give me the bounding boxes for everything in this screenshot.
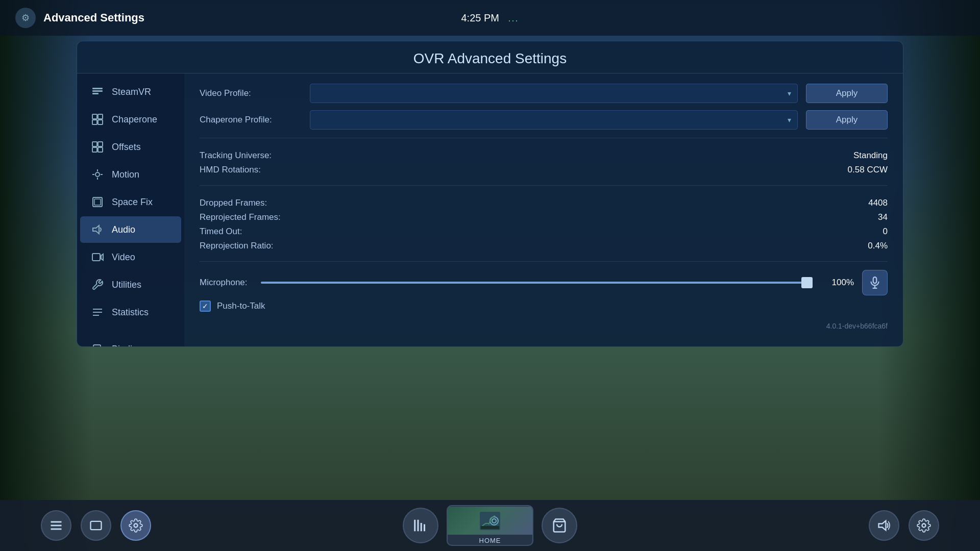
chaperone-apply-button[interactable]: Apply bbox=[806, 110, 888, 130]
reprojected-frames-label: Reprojected Frames: bbox=[200, 212, 281, 222]
svg-point-32 bbox=[134, 524, 138, 528]
sidebar-item-video[interactable]: Video bbox=[80, 244, 181, 270]
timed-out-row: Timed Out: 0 bbox=[200, 224, 888, 239]
video-apply-button[interactable]: Apply bbox=[806, 84, 888, 103]
sidebar-item-offsets[interactable]: Offsets bbox=[80, 134, 181, 160]
sidebar-item-motion[interactable]: Motion bbox=[80, 161, 181, 188]
chaperone-icon bbox=[90, 112, 105, 127]
video-profile-label: Video Profile: bbox=[200, 88, 302, 98]
sidebar: SteamVR Chaperone Offsets Motion bbox=[77, 73, 184, 346]
push-to-talk-checkbox[interactable]: ✓ bbox=[200, 300, 211, 312]
dropped-frames-value: 4408 bbox=[868, 198, 888, 208]
library-button[interactable] bbox=[403, 508, 438, 543]
offsets-icon bbox=[90, 140, 105, 154]
menu-button[interactable] bbox=[41, 510, 71, 541]
taskbar-center: HOME bbox=[403, 505, 577, 546]
home-label: HOME bbox=[479, 537, 501, 544]
utilities-icon bbox=[90, 278, 105, 292]
svg-rect-10 bbox=[98, 147, 103, 152]
svg-rect-9 bbox=[92, 147, 97, 152]
svg-rect-8 bbox=[98, 142, 103, 146]
time-display: 4:25 PM bbox=[461, 12, 499, 23]
slider-thumb[interactable] bbox=[801, 277, 813, 288]
info-section: Tracking Universe: Standing HMD Rotation… bbox=[200, 148, 888, 177]
svg-point-43 bbox=[922, 524, 926, 528]
content-area: Video Profile: ▾ Apply Chaperone Profile… bbox=[184, 73, 903, 346]
tracking-universe-label: Tracking Universe: bbox=[200, 151, 272, 161]
taskbar-right bbox=[869, 510, 939, 541]
audio-icon bbox=[90, 222, 105, 237]
sidebar-item-bindings[interactable]: Bindings bbox=[80, 336, 181, 346]
chaperone-profile-label: Chaperone Profile: bbox=[200, 115, 302, 125]
app-title: Advanced Settings bbox=[43, 11, 144, 24]
svg-rect-2 bbox=[92, 93, 99, 94]
push-to-talk-row: ✓ Push-to-Talk bbox=[200, 300, 888, 312]
sidebar-label-offsets: Offsets bbox=[112, 142, 141, 153]
video-profile-select[interactable]: ▾ bbox=[310, 84, 798, 103]
dropped-frames-row: Dropped Frames: 4408 bbox=[200, 196, 888, 210]
sidebar-label-spacefix: Space Fix bbox=[112, 197, 153, 208]
bindings-icon bbox=[90, 342, 105, 346]
video-profile-arrow: ▾ bbox=[788, 89, 791, 97]
spacefix-icon bbox=[90, 195, 105, 209]
svg-rect-19 bbox=[92, 254, 100, 261]
svg-rect-0 bbox=[92, 88, 103, 89]
taskbar: HOME bbox=[0, 500, 980, 551]
sidebar-label-motion: Motion bbox=[112, 169, 139, 180]
steamvr-icon bbox=[90, 85, 105, 99]
reprojection-ratio-label: Reprojection Ratio: bbox=[200, 241, 274, 251]
svg-marker-42 bbox=[879, 521, 886, 531]
separator-3 bbox=[200, 261, 888, 262]
panel-header: OVR Advanced Settings bbox=[77, 41, 903, 73]
home-button[interactable]: HOME bbox=[447, 505, 533, 546]
hmd-rotations-label: HMD Rotations: bbox=[200, 165, 261, 175]
timed-out-label: Timed Out: bbox=[200, 227, 242, 237]
svg-rect-5 bbox=[92, 120, 97, 124]
reprojection-ratio-value: 0.4% bbox=[868, 241, 888, 251]
svg-point-11 bbox=[95, 172, 100, 177]
cart-button[interactable] bbox=[542, 508, 577, 543]
microphone-percent: 100% bbox=[826, 278, 854, 288]
window-button[interactable] bbox=[81, 510, 111, 541]
microphone-slider[interactable] bbox=[261, 281, 813, 285]
sidebar-item-audio[interactable]: Audio bbox=[80, 216, 181, 243]
dropped-frames-label: Dropped Frames: bbox=[200, 198, 267, 208]
settings-taskbar-button[interactable] bbox=[909, 510, 939, 541]
svg-rect-1 bbox=[92, 90, 103, 92]
version-text: 4.0.1-dev+b66fca6f bbox=[200, 322, 888, 330]
volume-button[interactable] bbox=[869, 510, 899, 541]
svg-marker-18 bbox=[93, 226, 99, 234]
hmd-rotations-value: 0.58 CCW bbox=[848, 165, 888, 175]
svg-rect-4 bbox=[98, 114, 103, 119]
sidebar-label-video: Video bbox=[112, 252, 135, 263]
sidebar-item-spacefix[interactable]: Space Fix bbox=[80, 189, 181, 215]
svg-rect-31 bbox=[91, 521, 102, 530]
sidebar-item-utilities[interactable]: Utilities bbox=[80, 271, 181, 298]
top-bar: ⚙ Advanced Settings 4:25 PM ... bbox=[0, 0, 980, 36]
gear-taskbar-button[interactable] bbox=[120, 510, 151, 541]
home-thumbnail bbox=[448, 507, 532, 535]
svg-rect-17 bbox=[94, 199, 101, 205]
sidebar-item-statistics[interactable]: Statistics bbox=[80, 299, 181, 325]
svg-rect-25 bbox=[873, 277, 877, 283]
sidebar-item-chaperone[interactable]: Chaperone bbox=[80, 106, 181, 133]
slider-fill bbox=[261, 282, 813, 284]
reprojection-ratio-row: Reprojection Ratio: 0.4% bbox=[200, 239, 888, 253]
main-panel: OVR Advanced Settings SteamVR Chaperone bbox=[77, 41, 903, 347]
chaperone-profile-select[interactable]: ▾ bbox=[310, 110, 798, 130]
chaperone-profile-row: Chaperone Profile: ▾ Apply bbox=[200, 110, 888, 130]
svg-rect-40 bbox=[481, 526, 499, 529]
timed-out-value: 0 bbox=[883, 227, 888, 237]
separator-1 bbox=[200, 138, 888, 138]
microphone-button[interactable] bbox=[862, 270, 888, 295]
panel-body: SteamVR Chaperone Offsets Motion bbox=[77, 73, 903, 346]
top-bar-time: 4:25 PM ... bbox=[461, 12, 519, 24]
sidebar-label-chaperone: Chaperone bbox=[112, 114, 157, 125]
svg-rect-6 bbox=[98, 120, 103, 124]
svg-marker-20 bbox=[101, 254, 103, 260]
sidebar-item-steamvr[interactable]: SteamVR bbox=[80, 79, 181, 105]
panel-title: OVR Advanced Settings bbox=[92, 51, 888, 67]
svg-rect-3 bbox=[92, 114, 97, 119]
separator-2 bbox=[200, 185, 888, 186]
svg-rect-7 bbox=[92, 142, 97, 146]
